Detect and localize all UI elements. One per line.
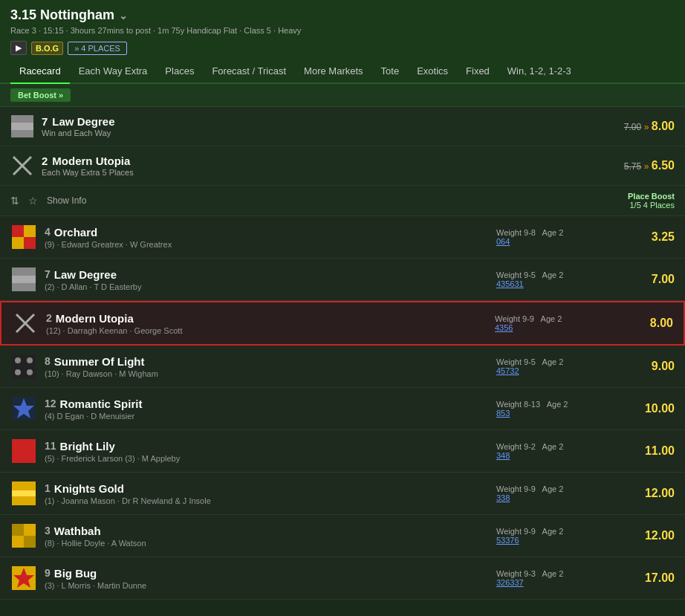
svg-rect-2: [11, 130, 33, 137]
race-title-bar: 3.15 Nottingham ⌄: [10, 7, 675, 23]
tab-exotics[interactable]: Exotics: [408, 59, 457, 84]
featured-odds-law-degree[interactable]: 7.00 » 8.00: [600, 120, 675, 133]
runner-row-big-bug[interactable]: 9 Big Bug (3) · L Morris · Martin Dunne …: [0, 557, 685, 600]
show-info-button[interactable]: ⇅ ☆ Show Info: [10, 195, 86, 207]
odds-big-bug[interactable]: 17.00: [615, 571, 675, 585]
runner-row-romantic-spirit[interactable]: 12 Romantic Spirit (4) D Egan · D Menuis…: [0, 388, 685, 430]
silk-wathbah: [10, 522, 37, 549]
form-modern-utopia[interactable]: 4356: [495, 323, 513, 332]
runner-row-orchard[interactable]: 4 Orchard (9) · Edward Greatrex · W Grea…: [0, 216, 685, 259]
name-wathbah: Wathbah: [54, 525, 101, 537]
stats-big-bug: Weight 9-3 Age 2 326337: [496, 569, 615, 587]
silk-knights-gold: [10, 480, 37, 507]
featured-sub-modern-utopia: Each Way Extra 5 Places: [42, 168, 600, 177]
show-info-row: ⇅ ☆ Show Info Place Boost 1/5 4 Places: [0, 186, 685, 216]
runner-row-law-degree[interactable]: 7 Law Degree (2) · D Allan · T D Easterb…: [0, 259, 685, 301]
odds-romantic-spirit[interactable]: 10.00: [615, 402, 675, 415]
race-title-text: 3.15 Nottingham: [10, 7, 114, 23]
name-modern-utopia: Modern Utopia: [56, 312, 134, 325]
form-law-degree[interactable]: 435631: [496, 279, 524, 288]
svg-rect-6: [24, 225, 36, 237]
featured-odds-modern-utopia[interactable]: 5.75 » 6.50: [600, 159, 675, 172]
stats-wathbah: Weight 9-9 Age 2 53376: [496, 527, 615, 545]
trainer-modern-utopia: (12) · Darragh Keenan · George Scott: [46, 326, 495, 335]
places-badge: » 4 PLACES: [68, 42, 127, 55]
form-big-bug[interactable]: 326337: [496, 578, 524, 587]
featured-name-modern-utopia: Modern Utopia: [52, 155, 130, 167]
num-summer-of-light: 8: [45, 355, 51, 367]
trainer-orchard: (9) · Edward Greatrex · W Greatrex: [45, 240, 496, 249]
form-romantic-spirit[interactable]: 853: [496, 409, 510, 418]
silk-modern-utopia: [12, 310, 39, 337]
runner-row-knights-gold[interactable]: 1 Knights Gold (1) · Joanna Mason · Dr R…: [0, 473, 685, 515]
odds-bright-lily[interactable]: 11.00: [615, 444, 675, 458]
odds-orchard[interactable]: 3.25: [615, 230, 675, 244]
silk-summer-of-light: [10, 353, 37, 380]
stats-romantic-spirit: Weight 8-13 Age 2 853: [496, 400, 615, 418]
tab-fixed[interactable]: Fixed: [457, 59, 499, 84]
svg-rect-10: [12, 276, 36, 283]
stats-knights-gold: Weight 9-9 Age 2 338: [496, 484, 615, 502]
odds-wathbah[interactable]: 12.00: [615, 529, 675, 542]
svg-rect-7: [12, 237, 24, 249]
runner-row-summer-of-light[interactable]: 8 Summer Of Light (10) · Ray Dawson · M …: [0, 346, 685, 388]
runner-row-modern-utopia[interactable]: 2 Modern Utopia (12) · Darragh Keenan · …: [0, 301, 685, 346]
details-bright-lily: 11 Bright Lily (5) · Frederick Larson (3…: [45, 440, 496, 463]
featured-name-law-degree: Law Degree: [52, 115, 114, 128]
details-knights-gold: 1 Knights Gold (1) · Joanna Mason · Dr R…: [45, 482, 496, 505]
featured-odds-old-law-degree: 7.00: [624, 122, 641, 132]
tab-places[interactable]: Places: [156, 59, 203, 84]
tab-racecard[interactable]: Racecard: [10, 59, 70, 84]
tab-tote[interactable]: Tote: [372, 59, 409, 84]
details-romantic-spirit: 12 Romantic Spirit (4) D Egan · D Menuis…: [45, 398, 496, 421]
svg-rect-14: [12, 354, 36, 378]
featured-bets-section: 7 Law Degree Win and Each Way 7.00 » 8.0…: [0, 107, 685, 186]
num-romantic-spirit: 12: [45, 398, 56, 409]
featured-row-law-degree[interactable]: 7 Law Degree Win and Each Way 7.00 » 8.0…: [0, 107, 685, 146]
featured-sub-law-degree: Win and Each Way: [42, 129, 600, 137]
details-modern-utopia: 2 Modern Utopia (12) · Darragh Keenan · …: [46, 312, 495, 335]
runner-row-bright-lily[interactable]: 11 Bright Lily (5) · Frederick Larson (3…: [0, 430, 685, 473]
num-orchard: 4: [45, 226, 51, 238]
odds-modern-utopia[interactable]: 8.00: [614, 317, 673, 330]
odds-knights-gold[interactable]: 12.00: [615, 487, 675, 500]
trainer-bright-lily: (5) · Frederick Larson (3) · M Appleby: [45, 454, 496, 463]
details-big-bug: 9 Big Bug (3) · L Morris · Martin Dunne: [45, 567, 496, 590]
race-header: 3.15 Nottingham ⌄ Race 3 · 15:15 · 3hour…: [0, 0, 685, 59]
form-orchard[interactable]: 064: [496, 237, 510, 246]
form-wathbah[interactable]: 53376: [496, 536, 519, 545]
svg-rect-24: [12, 490, 36, 496]
chevron-down-icon[interactable]: ⌄: [119, 10, 128, 22]
form-bright-lily[interactable]: 348: [496, 451, 510, 460]
trainer-summer-of-light: (10) · Ray Dawson · M Wigham: [45, 369, 496, 378]
tab-more-markets[interactable]: More Markets: [295, 59, 371, 84]
star-icon: ☆: [28, 195, 38, 207]
svg-rect-27: [24, 536, 36, 548]
tab-win-123[interactable]: Win, 1-2, 1-2-3: [499, 59, 580, 84]
odds-summer-of-light[interactable]: 9.00: [615, 360, 675, 373]
featured-arrows-modern-utopia: »: [644, 161, 652, 172]
place-boost-line2: 1/5 4 Places: [628, 201, 675, 210]
tab-each-way-extra[interactable]: Each Way Extra: [70, 59, 157, 84]
num-bright-lily: 11: [45, 440, 56, 452]
name-summer-of-light: Summer Of Light: [54, 355, 145, 368]
num-wathbah: 3: [45, 525, 51, 536]
num-modern-utopia: 2: [46, 312, 52, 324]
svg-point-22: [16, 444, 31, 458]
featured-silk-modern-utopia: [10, 154, 34, 178]
play-button[interactable]: ▶: [10, 41, 27, 55]
stats-modern-utopia: Weight 9-9 Age 2 4356: [495, 314, 614, 332]
featured-odds-new-law-degree: 8.00: [652, 120, 675, 132]
tab-forecast-tricast[interactable]: Forecast / Tricast: [203, 59, 295, 84]
trainer-romantic-spirit: (4) D Egan · D Menuisier: [45, 412, 496, 421]
silk-romantic-spirit: [10, 395, 37, 422]
bet-boost-button[interactable]: Bet Boost »: [10, 88, 71, 102]
featured-row-modern-utopia[interactable]: 2 Modern Utopia Each Way Extra 5 Places …: [0, 146, 685, 186]
odds-law-degree[interactable]: 7.00: [615, 273, 675, 286]
runner-row-wathbah[interactable]: 3 Wathbah (8) · Hollie Doyle · A Watson …: [0, 515, 685, 557]
name-orchard: Orchard: [54, 226, 97, 239]
form-knights-gold[interactable]: 338: [496, 493, 510, 502]
show-info-label: Show Info: [47, 195, 86, 206]
stats-bright-lily: Weight 9-2 Age 2 348: [496, 442, 615, 460]
form-summer-of-light[interactable]: 45732: [496, 366, 519, 375]
